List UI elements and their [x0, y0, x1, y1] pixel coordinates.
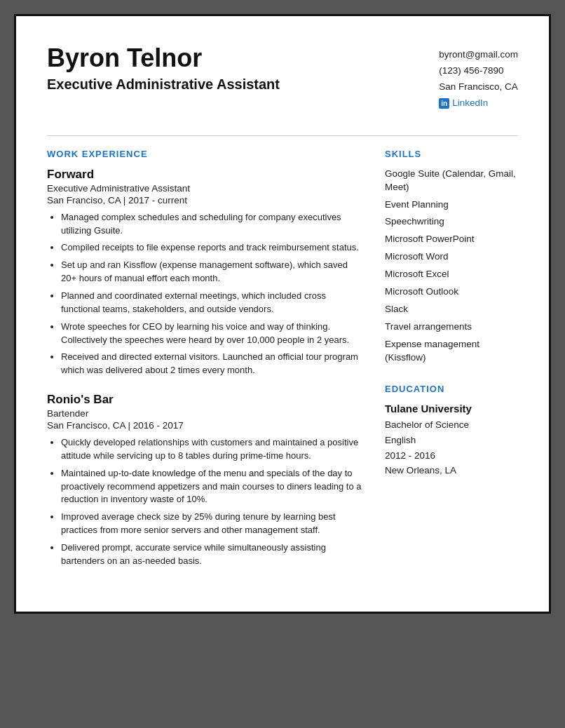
skill-item: Google Suite (Calendar, Gmail, Meet) — [385, 168, 518, 194]
bullet-item: Managed complex schedules and scheduling… — [61, 211, 364, 238]
bullet-item: Maintained up-to-date knowledge of the m… — [61, 467, 364, 507]
skills-list: Google Suite (Calendar, Gmail, Meet) Eve… — [385, 168, 518, 365]
candidate-name: Byron Telnor — [47, 44, 280, 72]
skill-item: Event Planning — [385, 198, 518, 212]
job-block-ronios: Ronio's Bar Bartender San Francisco, CA … — [47, 393, 364, 568]
phone: (123) 456-7890 — [439, 63, 518, 79]
bullet-item: Delivered prompt, accurate service while… — [61, 541, 364, 568]
linkedin-label: LinkedIn — [452, 95, 488, 112]
edu-years: 2012 - 2016 — [385, 448, 518, 464]
skill-item: Travel arrangements — [385, 321, 518, 334]
bullet-item: Compiled receipts to file expense report… — [61, 241, 364, 255]
main-content: WORK EXPERIENCE Forward Executive Admini… — [47, 149, 518, 584]
header-section: Byron Telnor Executive Administrative As… — [47, 44, 518, 119]
header-right: byront@gmail.com (123) 456-7890 San Fran… — [439, 44, 518, 112]
school-name: Tulane University — [385, 403, 518, 414]
resume-document: Byron Telnor Executive Administrative As… — [14, 14, 551, 614]
job-block-forward: Forward Executive Administrative Assista… — [47, 168, 364, 377]
bullet-item: Improved average check size by 25% durin… — [61, 511, 364, 537]
skills-title: SKILLS — [385, 149, 518, 159]
degree: Bachelor of Science — [385, 417, 518, 433]
header-left: Byron Telnor Executive Administrative As… — [47, 44, 280, 93]
bullet-item: Received and directed external visitors.… — [61, 351, 364, 377]
company-forward: Forward — [47, 168, 364, 182]
location-date-forward: San Franciso, CA | 2017 - current — [47, 195, 364, 205]
education-title: EDUCATION — [385, 384, 518, 394]
linkedin-link[interactable]: in LinkedIn — [439, 95, 518, 112]
left-column: WORK EXPERIENCE Forward Executive Admini… — [47, 149, 364, 584]
major: English — [385, 433, 518, 448]
right-column: SKILLS Google Suite (Calendar, Gmail, Me… — [385, 149, 518, 584]
location: San Francisco, CA — [439, 79, 518, 95]
skill-item: Speechwriting — [385, 215, 518, 229]
skills-section: SKILLS Google Suite (Calendar, Gmail, Me… — [385, 149, 518, 365]
education-section: EDUCATION Tulane University Bachelor of … — [385, 384, 518, 478]
edu-location: New Orleans, LA — [385, 463, 518, 478]
bullets-forward: Managed complex schedules and scheduling… — [47, 211, 364, 377]
bullets-ronios: Quickly developed relationships with cus… — [47, 436, 364, 568]
bullet-item: Set up and ran Kissflow (expense managem… — [61, 259, 364, 285]
location-date-ronios: San Francisco, CA | 2016 - 2017 — [47, 420, 364, 431]
role-ronios: Bartender — [47, 408, 364, 419]
work-experience-title: WORK EXPERIENCE — [47, 149, 364, 159]
bullet-item: Quickly developed relationships with cus… — [61, 436, 364, 463]
skill-item: Slack — [385, 303, 518, 316]
skill-item: Microsoft Excel — [385, 268, 518, 281]
skill-item: Microsoft Outlook — [385, 285, 518, 299]
role-forward: Executive Administrative Assistant — [47, 183, 364, 194]
skill-item: Expense management (Kissflow) — [385, 338, 518, 365]
header-divider — [47, 135, 518, 136]
education-details: Bachelor of Science English 2012 - 2016 … — [385, 417, 518, 478]
candidate-title: Executive Administrative Assistant — [47, 76, 280, 93]
bullet-item: Planned and coordinated external meeting… — [61, 290, 364, 316]
bullet-item: Wrote speeches for CEO by learning his v… — [61, 321, 364, 347]
skill-item: Microsoft PowerPoint — [385, 233, 518, 246]
linkedin-icon: in — [439, 98, 449, 109]
email: byront@gmail.com — [439, 47, 518, 63]
skill-item: Microsoft Word — [385, 250, 518, 264]
company-ronios: Ronio's Bar — [47, 393, 364, 407]
